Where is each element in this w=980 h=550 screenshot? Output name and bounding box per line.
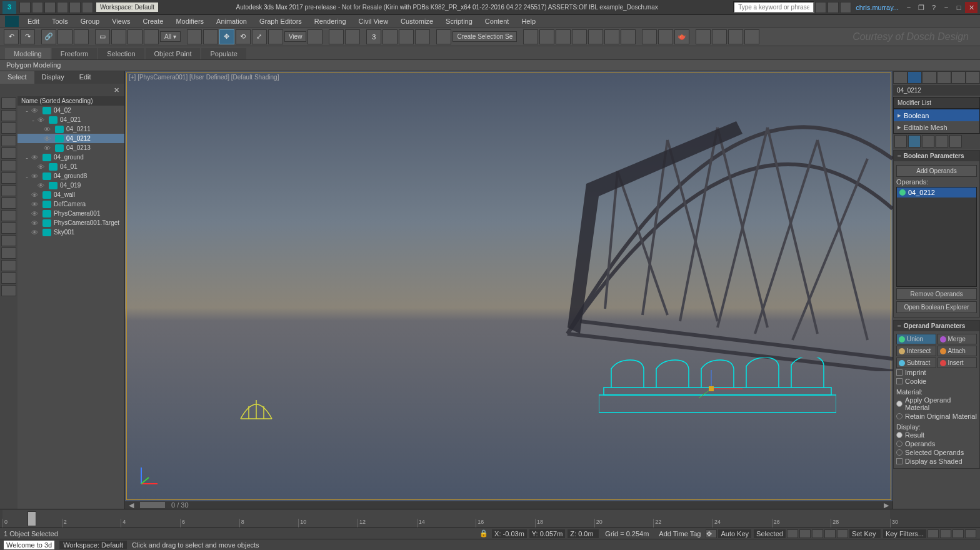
menu-views[interactable]: Views xyxy=(106,16,136,26)
timeline-scrollbar[interactable]: ◀ 0 / 30 ▶ xyxy=(125,501,892,509)
filter-frozen-icon[interactable] xyxy=(1,198,16,209)
rollout-boolean-params[interactable]: Boolean Parameters xyxy=(894,151,979,161)
qat-redo-icon[interactable] xyxy=(69,2,81,13)
unlink-icon[interactable] xyxy=(58,29,72,44)
add-time-tag[interactable]: Add Time Tag xyxy=(654,530,706,538)
pin-stack-icon[interactable] xyxy=(894,135,907,148)
layer-icon[interactable] xyxy=(556,29,571,44)
batch-render-icon[interactable] xyxy=(728,29,743,44)
pivot-icon[interactable] xyxy=(308,29,322,44)
tree-row[interactable]: 👁Sky001 xyxy=(18,228,124,237)
toggle-ribbon-icon[interactable] xyxy=(572,29,587,44)
scale-icon[interactable]: ⤢ xyxy=(252,29,267,44)
goto-start-icon[interactable] xyxy=(787,529,798,538)
tree-row[interactable]: 👁04_0212 xyxy=(18,134,124,143)
modifier-list-dropdown[interactable]: Modifier List xyxy=(893,97,980,109)
motion-tab-icon[interactable] xyxy=(937,71,951,84)
menu-rendering[interactable]: Rendering xyxy=(308,16,352,26)
filter-group-icon[interactable] xyxy=(1,222,16,234)
apply-material-radio[interactable]: Apply Operand Material xyxy=(896,396,977,412)
tree-row[interactable]: -👁04_02 xyxy=(18,106,124,115)
op-intersect-button[interactable]: Intersect xyxy=(896,346,936,356)
selset-dropdown[interactable]: Create Selection Se xyxy=(452,31,517,42)
tab-objectpaint[interactable]: Object Paint xyxy=(146,48,201,59)
next-frame-icon[interactable] xyxy=(824,529,836,538)
maximize-button[interactable]: □ xyxy=(952,2,965,13)
op-merge-button[interactable]: Merge xyxy=(938,334,978,344)
anim-mode-icon[interactable]: ✥ xyxy=(706,529,717,538)
tab-populate[interactable]: Populate xyxy=(201,48,246,59)
refcoord-dropdown[interactable]: View xyxy=(284,31,307,42)
tree-row[interactable]: 👁04_0211 xyxy=(18,124,124,134)
material-icon[interactable] xyxy=(621,29,636,44)
open-explorer-button[interactable]: Open Boolean Explorer xyxy=(896,301,977,313)
filter-space-icon[interactable] xyxy=(1,160,16,171)
restore-button[interactable]: ❐ xyxy=(915,2,928,13)
menu-help[interactable]: Help xyxy=(515,16,542,26)
nav-zoom-icon[interactable] xyxy=(940,529,951,538)
explorer-tab-display[interactable]: Display xyxy=(34,71,72,84)
menu-scripting[interactable]: Scripting xyxy=(439,16,479,26)
tree-header[interactable]: Name (Sorted Ascending) xyxy=(18,96,124,106)
operands-radio[interactable]: Operands xyxy=(896,439,977,448)
select-object-icon[interactable] xyxy=(187,29,202,44)
qat-save-icon[interactable] xyxy=(44,2,56,13)
filter-light-icon[interactable] xyxy=(1,122,16,134)
tree-row[interactable]: 👁04_019 xyxy=(18,181,124,190)
menu-create[interactable]: Create xyxy=(136,16,169,26)
op-union-button[interactable]: Union xyxy=(896,334,936,344)
tree-row[interactable]: 👁04_01 xyxy=(18,162,124,171)
tree-row[interactable]: 👁PhysCamera001.Target xyxy=(18,218,124,228)
app-menu-icon[interactable] xyxy=(5,16,19,27)
spinner-snap-icon[interactable] xyxy=(415,29,430,44)
selected-operands-radio[interactable]: Selected Operands xyxy=(896,448,977,457)
filter-misc3-icon[interactable] xyxy=(1,272,16,284)
tree-row[interactable]: 👁04_wall xyxy=(18,190,124,199)
qat-undo-icon[interactable] xyxy=(57,2,68,13)
workspace-dropdown[interactable]: Workspace: Default xyxy=(96,2,158,12)
viewport[interactable]: [+] [PhysCamera001] [User Defined] [Defa… xyxy=(125,71,892,501)
print-icon[interactable] xyxy=(744,29,759,44)
filter-misc4-icon[interactable] xyxy=(1,285,16,296)
nav-pan-icon[interactable] xyxy=(928,529,939,538)
filter-camera-icon[interactable] xyxy=(1,135,16,146)
help-button[interactable]: ? xyxy=(928,2,940,13)
imprint-checkbox[interactable]: Imprint xyxy=(896,368,977,377)
angle-snap-icon[interactable] xyxy=(382,29,398,44)
remove-operands-button[interactable]: Remove Operands xyxy=(896,288,977,300)
y-coord[interactable]: Y: 0.057m xyxy=(529,529,566,538)
tree-row[interactable]: -👁04_021 xyxy=(18,115,124,124)
tree-row[interactable]: -👁04_ground xyxy=(18,152,124,162)
menu-animation[interactable]: Animation xyxy=(210,16,253,26)
stack-item-boolean[interactable]: ▸Boolean xyxy=(894,109,979,121)
link-icon[interactable]: 🔗 xyxy=(41,29,56,44)
create-tab-icon[interactable] xyxy=(893,71,908,84)
modifier-stack[interactable]: ▸Boolean ▸Editable Mesh xyxy=(893,109,980,134)
explorer-tab-edit[interactable]: Edit xyxy=(72,71,99,84)
rect-select-icon[interactable] xyxy=(128,29,142,44)
select-icon[interactable]: ▭ xyxy=(95,29,110,44)
viewport-label[interactable]: [+] [PhysCamera001] [User Defined] [Defa… xyxy=(129,74,279,81)
render-setup-icon[interactable] xyxy=(642,29,657,44)
autokey-button[interactable]: Auto Key xyxy=(718,529,751,538)
show-result-icon[interactable] xyxy=(908,135,921,148)
filter-container-icon[interactable] xyxy=(1,185,16,196)
make-unique-icon[interactable] xyxy=(922,135,934,148)
scene-tree[interactable]: Name (Sorted Ascending) -👁04_02-👁04_021👁… xyxy=(18,96,124,509)
a360-icon[interactable] xyxy=(696,29,711,44)
configure-sets-icon[interactable] xyxy=(949,135,962,148)
menu-customize[interactable]: Customize xyxy=(394,16,439,26)
infocenter-icon[interactable] xyxy=(815,2,826,13)
minimize2-button[interactable]: − xyxy=(940,2,952,13)
keymode-icon[interactable] xyxy=(345,29,360,44)
op-subtract-button[interactable]: Subtract xyxy=(896,358,936,368)
operands-list[interactable]: 04_0212 xyxy=(896,187,977,287)
select-name-icon[interactable] xyxy=(111,29,126,44)
goto-end-icon[interactable] xyxy=(837,529,848,538)
op-insert-button[interactable]: Insert xyxy=(938,358,978,368)
minimize-button[interactable]: − xyxy=(902,2,915,13)
qat-new-icon[interactable] xyxy=(19,2,31,13)
tree-row[interactable]: 👁PhysCamera001 xyxy=(18,209,124,218)
menu-tools[interactable]: Tools xyxy=(46,16,74,26)
nav-orbit-icon[interactable] xyxy=(952,529,964,538)
